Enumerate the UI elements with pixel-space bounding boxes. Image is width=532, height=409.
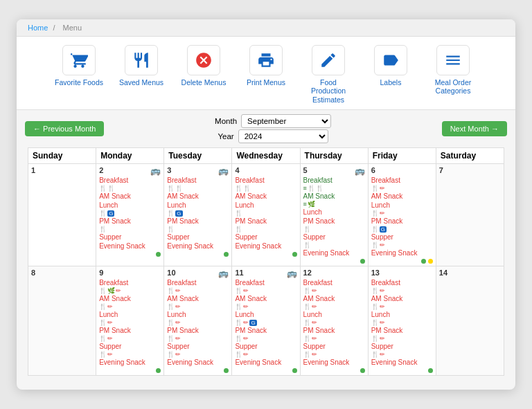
saved-menus-label: Saved Menus bbox=[119, 78, 163, 87]
lunch-link[interactable]: Lunch bbox=[371, 201, 433, 210]
supper-link[interactable]: Supper bbox=[371, 233, 433, 242]
am-snack-link[interactable]: AM Snack bbox=[235, 192, 296, 201]
supper-link[interactable]: Supper bbox=[303, 342, 365, 351]
day-8-empty: 8 bbox=[28, 266, 96, 376]
evening-snack-link[interactable]: Evening Snack bbox=[99, 358, 161, 367]
supper-link[interactable]: Supper bbox=[99, 233, 161, 242]
lunch-link[interactable]: Lunch bbox=[371, 310, 433, 319]
pm-snack-link[interactable]: PM Snack bbox=[235, 217, 296, 226]
am-snack-link[interactable]: AM Snack bbox=[371, 192, 433, 201]
toolbar-favorite-foods[interactable]: Favorite Foods bbox=[54, 45, 104, 104]
breakfast-link[interactable]: Breakfast bbox=[371, 278, 433, 287]
toolbar-labels[interactable]: Labels bbox=[366, 45, 416, 104]
col-thursday: Thursday bbox=[300, 148, 368, 164]
am-snack-link[interactable]: AM Snack bbox=[167, 294, 229, 303]
breakfast-link[interactable]: Breakfast bbox=[99, 176, 161, 185]
am-snack-link[interactable]: AM Snack bbox=[303, 192, 365, 201]
am-snack-link[interactable]: AM Snack bbox=[167, 192, 229, 201]
breakfast-link[interactable]: Breakfast bbox=[235, 278, 296, 287]
supper-link[interactable]: Supper bbox=[167, 342, 229, 351]
supper-link[interactable]: Supper bbox=[99, 342, 161, 351]
print-menus-label: Print Menus bbox=[247, 78, 285, 87]
col-sunday: Sunday bbox=[28, 148, 96, 164]
breakfast-icons: 🍴🍴 bbox=[99, 185, 161, 192]
pm-snack-link[interactable]: PM Snack bbox=[371, 326, 433, 335]
toolbar-saved-menus[interactable]: Saved Menus bbox=[116, 45, 166, 104]
day-11: 11 🚌 Breakfast 🍴✏ AM Snack 🍴✏ Lunch 🍴✏G … bbox=[232, 266, 300, 376]
month-label: Month bbox=[215, 117, 237, 125]
breakfast-link[interactable]: Breakfast bbox=[167, 278, 229, 287]
lunch-link[interactable]: Lunch bbox=[99, 310, 161, 319]
col-tuesday: Tuesday bbox=[164, 148, 232, 164]
pm-snack-link[interactable]: PM Snack bbox=[303, 326, 365, 335]
lunch-link[interactable]: Lunch bbox=[235, 201, 296, 210]
breadcrumb-home[interactable]: Home bbox=[28, 24, 48, 32]
bus-icon: 🚌 bbox=[150, 166, 161, 176]
print-menus-icon bbox=[249, 45, 283, 75]
main-window: Home / Menu Favorite Foods Saved Menus D… bbox=[17, 19, 515, 390]
am-snack-link[interactable]: AM Snack bbox=[99, 192, 161, 201]
pm-snack-link[interactable]: PM Snack bbox=[99, 326, 161, 335]
meal-order-label: Meal Order Categories bbox=[428, 78, 478, 96]
lunch-link[interactable]: Lunch bbox=[167, 201, 229, 210]
breakfast-link[interactable]: Breakfast bbox=[303, 176, 365, 185]
toolbar-print-menus[interactable]: Print Menus bbox=[241, 45, 291, 104]
day-6: 6 Breakfast 🍴✏ AM Snack Lunch 🍴✏ PM Snac… bbox=[368, 164, 436, 266]
evening-snack-link[interactable]: Evening Snack bbox=[167, 242, 229, 251]
toolbar-food-production[interactable]: Food Production Estimates bbox=[303, 45, 353, 104]
pm-snack-link[interactable]: PM Snack bbox=[167, 326, 229, 335]
evening-snack-link[interactable]: Evening Snack bbox=[303, 358, 365, 367]
evening-snack-link[interactable]: Evening Snack bbox=[167, 358, 229, 367]
favorite-foods-label: Favorite Foods bbox=[55, 78, 103, 87]
breakfast-link[interactable]: Breakfast bbox=[303, 278, 365, 287]
evening-snack-link[interactable]: Evening Snack bbox=[371, 358, 433, 367]
month-select[interactable]: September bbox=[241, 114, 331, 128]
evening-snack-link[interactable]: Evening Snack bbox=[303, 248, 365, 257]
evening-snack-link[interactable]: Evening Snack bbox=[235, 242, 296, 251]
prev-month-button[interactable]: ← Previous Month bbox=[25, 121, 104, 136]
next-month-button[interactable]: Next Month → bbox=[442, 121, 507, 136]
lunch-link[interactable]: Lunch bbox=[303, 208, 365, 217]
pm-snack-link[interactable]: PM Snack bbox=[371, 217, 433, 226]
evening-snack-link[interactable]: Evening Snack bbox=[235, 358, 296, 367]
evening-snack-link[interactable]: Evening Snack bbox=[99, 242, 161, 251]
supper-link[interactable]: Supper bbox=[371, 342, 433, 351]
day-1: 1 bbox=[28, 164, 96, 266]
supper-link[interactable]: Supper bbox=[235, 342, 296, 351]
toolbar-delete-menus[interactable]: Delete Menus bbox=[179, 45, 229, 104]
day-14-empty: 14 bbox=[436, 266, 504, 376]
table-row: 8 9 Breakfast 🍴🌿✏ AM Snack 🍴✏ Lunch 🍴✏ P… bbox=[28, 266, 504, 376]
supper-link[interactable]: Supper bbox=[167, 233, 229, 242]
am-snack-link[interactable]: AM Snack bbox=[371, 294, 433, 303]
day-5: 5 🚌 Breakfast ≡🍴🍴 AM Snack ≡🌿 Lunch PM S… bbox=[300, 164, 368, 266]
pm-snack-link[interactable]: PM Snack bbox=[235, 326, 296, 335]
col-saturday: Saturday bbox=[436, 148, 504, 164]
toolbar-meal-order[interactable]: Meal Order Categories bbox=[428, 45, 478, 104]
col-friday: Friday bbox=[368, 148, 436, 164]
food-production-icon bbox=[312, 45, 345, 75]
day-7-empty: 7 bbox=[436, 164, 504, 266]
lunch-link[interactable]: Lunch bbox=[303, 310, 365, 319]
evening-snack-link[interactable]: Evening Snack bbox=[371, 248, 433, 257]
supper-link[interactable]: Supper bbox=[235, 233, 296, 242]
breakfast-link[interactable]: Breakfast bbox=[235, 176, 296, 185]
pm-snack-link[interactable]: PM Snack bbox=[99, 217, 161, 226]
breakfast-link[interactable]: Breakfast bbox=[167, 176, 229, 185]
day-3: 3 🚌 Breakfast 🍴🍴 AM Snack Lunch 🍴G PM Sn… bbox=[164, 164, 232, 266]
lunch-link[interactable]: Lunch bbox=[167, 310, 229, 319]
pm-snack-link[interactable]: PM Snack bbox=[167, 217, 229, 226]
breakfast-link[interactable]: Breakfast bbox=[99, 278, 161, 287]
col-wednesday: Wednesday bbox=[232, 148, 300, 164]
am-snack-link[interactable]: AM Snack bbox=[303, 294, 365, 303]
food-production-label: Food Production Estimates bbox=[303, 78, 353, 104]
bus-icon: 🚌 bbox=[218, 269, 229, 278]
saved-menus-icon bbox=[125, 45, 158, 75]
year-select[interactable]: 2024 bbox=[238, 129, 328, 143]
pm-snack-link[interactable]: PM Snack bbox=[303, 217, 365, 226]
lunch-link[interactable]: Lunch bbox=[235, 310, 296, 319]
breakfast-link[interactable]: Breakfast bbox=[371, 176, 433, 185]
am-snack-link[interactable]: AM Snack bbox=[235, 294, 296, 303]
am-snack-link[interactable]: AM Snack bbox=[99, 294, 161, 303]
lunch-link[interactable]: Lunch bbox=[99, 201, 161, 210]
supper-link[interactable]: Supper bbox=[303, 233, 365, 242]
